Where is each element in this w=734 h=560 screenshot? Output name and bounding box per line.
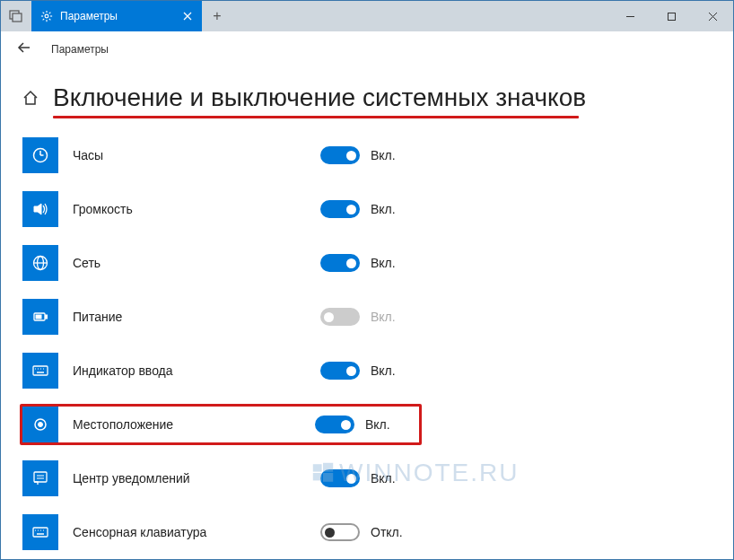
svg-rect-27 (36, 315, 41, 319)
title-underline (53, 116, 579, 118)
toggle-knob (346, 151, 356, 161)
taskview-icon (9, 9, 23, 23)
svg-line-8 (49, 19, 51, 21)
toggle-wrap: Вкл. (320, 362, 419, 380)
svg-point-2 (45, 14, 48, 18)
toggle-knob (346, 366, 356, 376)
setting-row-volume: ГромкостьВкл. (22, 188, 712, 230)
toggle-state-label: Вкл. (371, 471, 396, 486)
toggle-wrap: Вкл. (320, 200, 419, 218)
setting-row-inner: Сенсорная клавиатураОткл. (22, 514, 419, 550)
setting-label: Местоположение (73, 417, 315, 432)
maximize-icon (667, 12, 677, 22)
toggle-actioncenter[interactable] (320, 469, 360, 487)
toggle-knob (346, 205, 356, 214)
toggle-network[interactable] (320, 254, 360, 272)
clock-icon (22, 137, 58, 173)
toggle-power (320, 308, 360, 326)
toggle-wrap: Вкл. (320, 469, 419, 487)
svg-line-7 (43, 13, 45, 14)
titlebar-drag-area[interactable] (232, 1, 609, 31)
toggle-knob (325, 528, 335, 538)
network-icon (22, 245, 58, 281)
setting-row-inner: МестоположениеВкл. (22, 407, 414, 442)
actioncenter-icon (22, 460, 58, 496)
toggle-state-label: Вкл. (371, 363, 396, 378)
volume-icon (22, 191, 58, 227)
setting-row-touchkb: Сенсорная клавиатураОткл. (22, 512, 712, 553)
setting-label: Индикатор ввода (73, 363, 320, 378)
setting-row-actioncenter: Центр уведомленийВкл. (22, 458, 712, 499)
setting-row-inner: ПитаниеВкл. (22, 299, 419, 335)
toggle-wrap: Вкл. (320, 308, 419, 326)
breadcrumb: Параметры (51, 43, 109, 56)
toggle-location[interactable] (315, 416, 354, 433)
content-area: Включение и выключение системных значков… (1, 67, 733, 553)
svg-rect-14 (668, 13, 675, 20)
svg-line-10 (49, 13, 51, 14)
toggle-state-label: Вкл. (371, 202, 396, 216)
svg-marker-21 (34, 204, 41, 214)
toggle-volume[interactable] (320, 200, 360, 218)
minimize-icon (625, 12, 635, 22)
setting-row-input: Индикатор вводаВкл. (22, 350, 712, 391)
location-icon (22, 407, 58, 442)
setting-row-inner: Индикатор вводаВкл. (22, 353, 419, 389)
toggle-state-label: Откл. (371, 525, 403, 539)
toggle-state-label: Вкл. (371, 148, 396, 162)
touchkb-icon (22, 514, 58, 550)
toggle-wrap: Откл. (320, 523, 419, 541)
close-icon (183, 12, 192, 21)
toggle-input[interactable] (320, 362, 360, 380)
home-button[interactable] (22, 90, 39, 106)
heading-row: Включение и выключение системных значков (22, 83, 712, 112)
svg-rect-26 (46, 315, 48, 319)
setting-label: Сеть (73, 256, 320, 270)
svg-rect-28 (33, 366, 48, 375)
taskview-button[interactable] (1, 1, 31, 31)
toggle-wrap: Вкл. (320, 254, 419, 272)
tab-close-button[interactable] (180, 9, 195, 23)
active-tab[interactable]: Параметры (31, 1, 202, 31)
setting-row-inner: Центр уведомленийВкл. (22, 460, 419, 496)
toggle-state-label: Вкл. (371, 310, 396, 324)
power-icon (22, 299, 58, 335)
home-icon (22, 90, 39, 106)
toggle-knob (346, 258, 356, 268)
setting-label: Сенсорная клавиатура (73, 525, 320, 539)
toggle-knob (346, 474, 356, 484)
input-icon (22, 353, 58, 389)
window-controls (609, 1, 733, 31)
toggle-clock[interactable] (320, 146, 360, 164)
titlebar: Параметры + (1, 1, 733, 31)
settings-gear-icon (40, 10, 53, 22)
breadcrumb-bar: Параметры (1, 31, 733, 67)
setting-row-clock: ЧасыВкл. (22, 135, 712, 176)
arrow-left-icon (17, 40, 31, 55)
toggle-state-label: Вкл. (371, 256, 396, 270)
svg-rect-36 (34, 472, 47, 482)
back-button[interactable] (17, 40, 31, 58)
toggle-wrap: Вкл. (315, 416, 414, 433)
setting-label: Громкость (73, 202, 320, 216)
close-window-button[interactable] (692, 1, 733, 31)
new-tab-button[interactable]: + (202, 1, 232, 31)
svg-rect-1 (13, 13, 22, 22)
setting-label: Часы (73, 148, 320, 162)
toggle-knob (324, 312, 334, 322)
toggle-state-label: Вкл. (365, 417, 390, 432)
setting-row-network: СетьВкл. (22, 242, 712, 284)
setting-row-location: МестоположениеВкл. (20, 404, 422, 445)
setting-row-inner: СетьВкл. (22, 245, 419, 281)
svg-line-9 (43, 19, 45, 21)
minimize-button[interactable] (609, 1, 651, 31)
svg-rect-39 (33, 528, 48, 537)
setting-row-inner: ЧасыВкл. (22, 137, 419, 173)
titlebar-left: Параметры + (1, 1, 232, 31)
setting-label: Питание (73, 310, 320, 324)
toggle-wrap: Вкл. (320, 146, 419, 164)
maximize-button[interactable] (651, 1, 692, 31)
settings-list: ЧасыВкл.ГромкостьВкл.СетьВкл.ПитаниеВкл.… (22, 135, 712, 553)
toggle-touchkb[interactable] (320, 523, 360, 541)
setting-row-power: ПитаниеВкл. (22, 296, 712, 337)
